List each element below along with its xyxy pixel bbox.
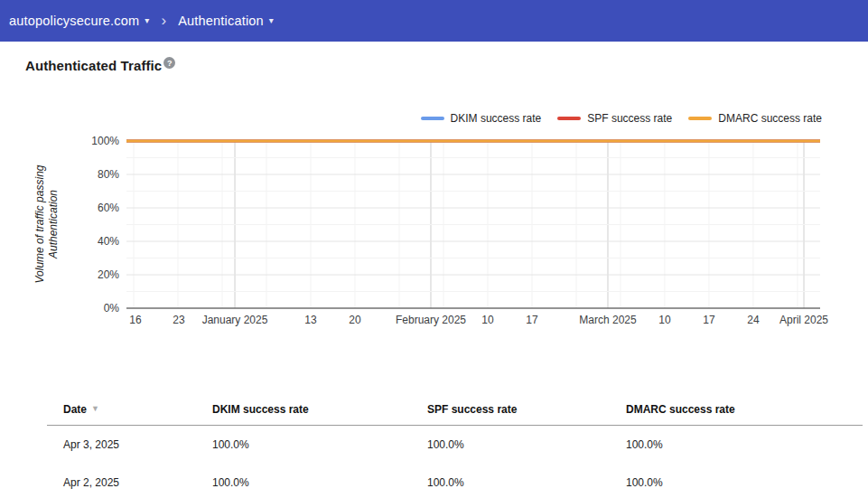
table-row: Apr 2, 2025100.0%100.0%100.0%	[47, 464, 863, 498]
x-tick-label: 10	[481, 314, 494, 326]
x-tick-label: 13	[304, 314, 317, 326]
cell-dkim: 100.0%	[212, 438, 427, 451]
cell-date: Apr 2, 2025	[47, 476, 212, 489]
cell-spf: 100.0%	[427, 476, 626, 489]
help-icon[interactable]: ?	[163, 57, 175, 69]
x-tick-label: 24	[747, 314, 760, 326]
cell-dmarc: 100.0%	[626, 438, 863, 451]
daily-rates-table: Date ▼ DKIM success rate SPF success rat…	[47, 393, 863, 498]
x-tick-label: 17	[526, 314, 538, 326]
section-selector[interactable]: Authentication ▾	[178, 14, 274, 28]
section-caret-icon: ▾	[269, 16, 274, 25]
breadcrumb-chevron-icon: ›	[161, 13, 166, 30]
page-header: Authenticated Traffic ?	[25, 58, 175, 73]
x-tick-label: February 2025	[396, 314, 466, 326]
x-tick-label: 17	[703, 314, 715, 326]
column-header-spf: SPF success rate	[427, 403, 626, 416]
y-tick-label: 40%	[98, 235, 119, 248]
table-body: Apr 3, 2025100.0%100.0%100.0%Apr 2, 2025…	[47, 426, 863, 498]
postmaster-dashboard: autopolicysecure.com ▾ › Authentication …	[0, 0, 868, 498]
column-header-date[interactable]: Date ▼	[47, 403, 212, 416]
domain-selector[interactable]: autopolicysecure.com ▾	[9, 14, 149, 28]
page-title: Authenticated Traffic	[25, 58, 162, 73]
x-tick-label: 23	[173, 314, 185, 326]
x-tick-label: 16	[129, 314, 142, 326]
cell-dmarc: 100.0%	[626, 476, 863, 489]
cell-spf: 100.0%	[427, 438, 626, 451]
y-tick-label: 0%	[104, 302, 120, 315]
y-axis-title: Authentication	[47, 190, 60, 259]
domain-caret-icon: ▾	[145, 16, 149, 25]
table-header-row: Date ▼ DKIM success rate SPF success rat…	[47, 393, 863, 426]
y-axis-title: Volume of traffic passing	[33, 164, 46, 283]
x-tick-label: 20	[349, 314, 361, 326]
section-name: Authentication	[178, 14, 264, 28]
y-tick-label: 60%	[98, 202, 119, 214]
cell-dkim: 100.0%	[212, 476, 427, 489]
y-tick-label: 100%	[91, 135, 119, 147]
sort-desc-icon: ▼	[91, 405, 99, 413]
x-tick-label: April 2025	[779, 314, 828, 326]
chart-plot-area[interactable]: 1623January 20251320February 20251017Mar…	[0, 90, 868, 352]
column-header-dkim: DKIM success rate	[212, 403, 427, 416]
top-navbar: autopolicysecure.com ▾ › Authentication …	[0, 0, 868, 42]
y-tick-label: 20%	[98, 268, 119, 281]
y-tick-label: 80%	[98, 168, 119, 181]
x-tick-label: 10	[658, 314, 671, 326]
table-row: Apr 3, 2025100.0%100.0%100.0%	[47, 426, 863, 464]
authenticated-traffic-chart: DKIM success rateSPF success rateDMARC s…	[0, 90, 868, 352]
x-tick-label: January 2025	[202, 314, 268, 326]
cell-date: Apr 3, 2025	[47, 438, 212, 451]
domain-name: autopolicysecure.com	[9, 14, 139, 28]
x-tick-label: March 2025	[579, 314, 637, 326]
column-header-dmarc: DMARC success rate	[626, 403, 863, 416]
